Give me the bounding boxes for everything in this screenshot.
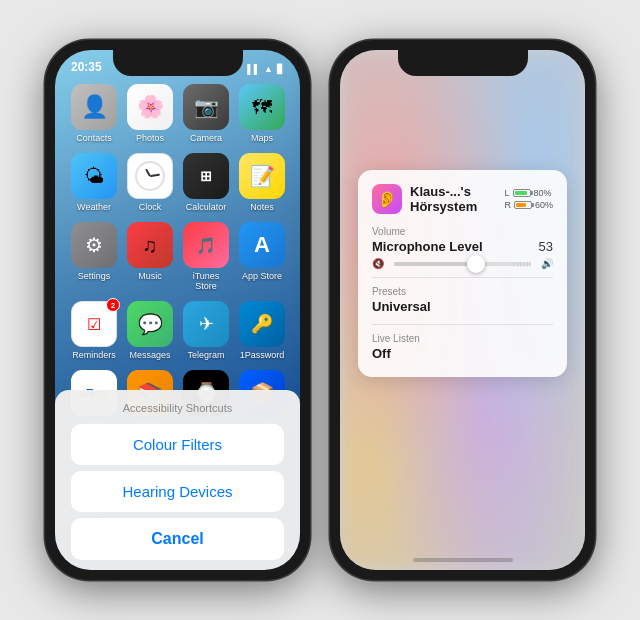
sheet-title: Accessibility Shortcuts bbox=[71, 402, 284, 414]
phone-right: 👂 Klaus-...'s Hörsystem L 80% R 60% bbox=[330, 40, 595, 580]
live-listen-value: Off bbox=[372, 346, 553, 361]
app-messages[interactable]: 💬 Messages bbox=[127, 301, 173, 360]
battery-icon: ▊ bbox=[277, 64, 284, 74]
app-calculator[interactable]: ⊞ Calculator bbox=[183, 153, 229, 212]
app-weather[interactable]: 🌤 Weather bbox=[71, 153, 117, 212]
wifi-icon: ▲ bbox=[264, 64, 273, 74]
presets-value: Universal bbox=[372, 299, 553, 314]
volume-min-icon: 🔇 bbox=[372, 258, 384, 269]
app-contacts[interactable]: 👤 Contacts bbox=[71, 84, 117, 143]
app-maps[interactable]: 🗺 Maps bbox=[239, 84, 285, 143]
notch-right bbox=[398, 50, 528, 76]
microphone-value: 53 bbox=[539, 239, 553, 254]
notch-left bbox=[113, 50, 243, 76]
hearing-device-card: 👂 Klaus-...'s Hörsystem L 80% R 60% bbox=[358, 170, 567, 377]
divider-2 bbox=[372, 324, 553, 325]
battery-indicators: L 80% R 60% bbox=[504, 188, 553, 210]
app-clock[interactable]: Clock bbox=[127, 153, 173, 212]
battery-right: R 60% bbox=[504, 200, 553, 210]
microphone-level-label: Microphone Level bbox=[372, 239, 483, 254]
app-settings[interactable]: ⚙ Settings bbox=[71, 222, 117, 291]
status-icons: ▌▌ ▲ ▊ bbox=[247, 64, 284, 74]
app-itunes[interactable]: 🎵 iTunes Store bbox=[183, 222, 229, 291]
accessibility-sheet: Accessibility Shortcuts Colour Filters H… bbox=[55, 390, 300, 570]
volume-slider[interactable]: | | | | | | bbox=[394, 262, 531, 266]
app-camera[interactable]: 📷 Camera bbox=[183, 84, 229, 143]
hearing-card-header: 👂 Klaus-...'s Hörsystem L 80% R 60% bbox=[372, 184, 553, 214]
hearing-icon: 👂 bbox=[372, 184, 402, 214]
app-photos[interactable]: 🌸 Photos bbox=[127, 84, 173, 143]
device-name: Klaus-...'s Hörsystem bbox=[410, 184, 504, 214]
volume-label: Volume bbox=[372, 226, 553, 237]
cancel-button[interactable]: Cancel bbox=[71, 518, 284, 560]
hearing-devices-button[interactable]: Hearing Devices bbox=[71, 471, 284, 512]
home-indicator-right bbox=[413, 558, 513, 562]
app-grid: 👤 Contacts 🌸 Photos 📷 Camera 🗺 Maps 🌤 We… bbox=[67, 80, 288, 433]
status-time: 20:35 bbox=[71, 60, 102, 74]
colour-filters-button[interactable]: Colour Filters bbox=[71, 424, 284, 465]
app-notes[interactable]: 📝 Notes bbox=[239, 153, 285, 212]
signal-icon: ▌▌ bbox=[247, 64, 260, 74]
phone-left-screen: 20:35 ▌▌ ▲ ▊ 👤 Contacts 🌸 Photos 📷 Camer… bbox=[55, 50, 300, 570]
app-appstore[interactable]: A App Store bbox=[239, 222, 285, 291]
phone-right-screen: 👂 Klaus-...'s Hörsystem L 80% R 60% bbox=[340, 50, 585, 570]
app-telegram[interactable]: ✈ Telegram bbox=[183, 301, 229, 360]
battery-left: L 80% bbox=[504, 188, 553, 198]
volume-max-icon: 🔊 bbox=[541, 258, 553, 269]
volume-slider-row: 🔇 | | | | | | 🔊 bbox=[372, 258, 553, 269]
app-1password[interactable]: 🔑 1Password bbox=[239, 301, 285, 360]
phone-left: 20:35 ▌▌ ▲ ▊ 👤 Contacts 🌸 Photos 📷 Camer… bbox=[45, 40, 310, 580]
presets-label: Presets bbox=[372, 286, 553, 297]
app-music[interactable]: ♫ Music bbox=[127, 222, 173, 291]
app-reminders[interactable]: ☑ 2 Reminders bbox=[71, 301, 117, 360]
live-listen-label: Live Listen bbox=[372, 333, 553, 344]
divider-1 bbox=[372, 277, 553, 278]
